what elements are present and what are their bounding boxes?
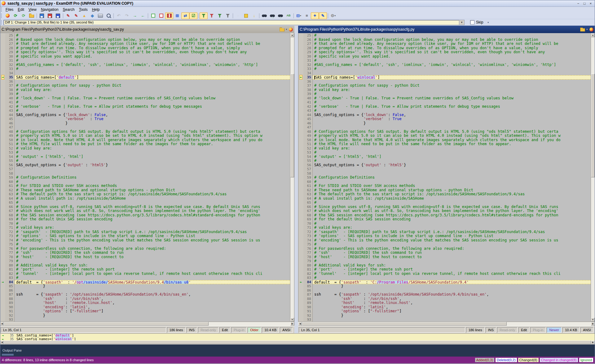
- code-line[interactable]: 82# 'tunnel' - [integer] local port to o…: [0, 272, 290, 276]
- scroll-up-icon[interactable]: ▲: [591, 33, 595, 37]
- badge-changed[interactable]: Changed(8): [518, 358, 539, 362]
- recompare-options-button[interactable]: ⟳: [20, 12, 28, 19]
- toolbar-overflow-icon[interactable]: ▾: [487, 21, 489, 24]
- horizontal-scrollbar[interactable]: ◀ ▶: [0, 322, 294, 326]
- code-line[interactable]: 93: [298, 318, 591, 322]
- code-line[interactable]: 93: [0, 318, 290, 322]
- scroll-thumb[interactable]: [290, 74, 294, 177]
- code-line[interactable]: 64# A usual install path is: /opt/sasins…: [0, 197, 290, 201]
- code-line[interactable]: 58: [298, 171, 591, 176]
- second-file-info-button[interactable]: ◆: [88, 12, 96, 19]
- code-line[interactable]: 65#: [0, 201, 290, 205]
- code-line[interactable]: 89 'host' : 'remote.linux.host',: [0, 301, 290, 305]
- code-line[interactable]: 83#: [0, 276, 290, 280]
- code-line[interactable]: 56SAS_output_options = {'output' : 'html…: [0, 163, 290, 167]
- diff-list-row[interactable]: →35SAS_config_names=['default']: [0, 334, 595, 337]
- code-line[interactable]: 27# that are defined already. Any necess…: [0, 42, 290, 46]
- vertical-scrollbar[interactable]: ▲ ▼: [290, 33, 294, 322]
- code-line[interactable]: 91 'options' : ["-fullstimer"]: [0, 309, 290, 314]
- code-line[interactable]: 59# Configuration Definitions: [0, 176, 290, 180]
- code-line[interactable]: 32#SAS_config_names = ['default', 'ssh',…: [298, 63, 591, 67]
- code-line[interactable]: 48# Configuration options for SAS output…: [0, 130, 290, 134]
- code-line[interactable]: 53#: [298, 150, 591, 155]
- menu-navigation[interactable]: Navigation: [39, 7, 61, 12]
- output-pane-tab[interactable]: Output Pane: [2, 349, 22, 352]
- options-button[interactable]: ⚙▾: [329, 12, 337, 19]
- code-line[interactable]: 61# For STDIO and STDIO over SSH access …: [298, 184, 591, 188]
- plugins-button[interactable]: ✦: [311, 12, 319, 19]
- code-line[interactable]: 88 'ssh' : '/usr/bin/ssh',: [0, 297, 290, 301]
- code-line[interactable]: 68# the SAS session encoding (see https:…: [0, 213, 290, 218]
- code-line[interactable]: 31#: [298, 58, 591, 63]
- code-line[interactable]: 79#: [298, 259, 591, 263]
- minimize-button[interactable]: −: [575, 1, 581, 6]
- code-line[interactable]: 26# Based upon the lock_down configurati…: [0, 38, 290, 42]
- second-file-header[interactable]: C:\Program Files\Python\Python37\Lib\sit…: [298, 26, 595, 33]
- compare-files-button[interactable]: [3, 12, 11, 19]
- save-second-file-button[interactable]: [46, 12, 54, 19]
- code-line[interactable]: 50# in local mode. Note that HTML 4.0 wi…: [0, 138, 290, 142]
- code-line[interactable]: 27# that are defined already. Any necess…: [298, 42, 591, 46]
- scroll-right-icon[interactable]: ▶: [290, 322, 294, 326]
- code-line[interactable]: 77# 'ssh' - [REQUIRED] the ssh command t…: [0, 251, 290, 255]
- code-line[interactable]: 63# The default path to the sas start up…: [0, 192, 290, 197]
- code-line[interactable]: 43#: [298, 109, 591, 113]
- badge-changed-in-changed[interactable]: Changed in changed(8): [540, 358, 578, 362]
- menu-edit[interactable]: Edit: [15, 7, 26, 12]
- code-line[interactable]: 25#: [0, 33, 290, 38]
- synchronize-panes-button[interactable]: ⇄: [181, 12, 189, 19]
- filter-search-button[interactable]: [224, 12, 232, 19]
- code-line[interactable]: 41#: [298, 100, 591, 105]
- scroll-down-icon[interactable]: ▼: [290, 318, 294, 322]
- next-block-button[interactable]: ↓: [250, 12, 258, 19]
- code-line[interactable]: 66# Since python uses utf-8, running SAS…: [0, 205, 290, 209]
- pane-splitter[interactable]: [294, 26, 298, 333]
- code-line[interactable]: 57: [0, 167, 290, 171]
- code-line[interactable]: 79#: [0, 259, 290, 263]
- code-line[interactable]: 45 'verbose' : True: [298, 117, 591, 121]
- code-line[interactable]: 67# which does not work well as utf-8. S…: [298, 209, 591, 213]
- code-line[interactable]: 70#: [298, 222, 591, 226]
- toolbar-grip[interactable]: [1, 14, 2, 18]
- current-diff-combobox[interactable]: Diff 1: Change 1 line (35, first file) t…: [3, 20, 465, 25]
- scroll-thumb[interactable]: [4, 322, 209, 326]
- code-line[interactable]: 29# specify options=''. This way it's sp…: [0, 50, 290, 54]
- code-line[interactable]: ←35SAS_config_names=['winlocal']: [298, 75, 591, 80]
- code-line[interactable]: 52# valid key are:: [0, 146, 290, 151]
- badge-ignored[interactable]: Ignored: [579, 358, 593, 362]
- panes-layout-button[interactable]: ⊟▾: [295, 12, 303, 19]
- menu-view[interactable]: View: [26, 7, 39, 12]
- menu-search[interactable]: Search: [61, 7, 77, 12]
- menu-grip[interactable]: [1, 7, 2, 12]
- code-line[interactable]: 48# Configuration options for SAS output…: [298, 130, 591, 134]
- badge-added[interactable]: Added(0,3): [475, 358, 494, 362]
- close-button[interactable]: ×: [588, 1, 594, 6]
- print-button[interactable]: [96, 12, 104, 19]
- code-line[interactable]: 44SAS_config_options = {'lock_down': Fal…: [298, 113, 591, 117]
- code-line[interactable]: 55#: [298, 159, 591, 163]
- code-line[interactable]: 56SAS_output_options = {'output' : 'html…: [298, 163, 591, 167]
- code-line[interactable]: →84default = {'saspath' : '/opt/sasinsid…: [0, 280, 290, 284]
- code-line[interactable]: 60#: [0, 180, 290, 184]
- code-line[interactable]: 81# 'port' - [integer] the remote ssh po…: [0, 267, 290, 272]
- find-previous-button[interactable]: [276, 12, 284, 19]
- code-line[interactable]: 64# A usual install path is: /opt/sasins…: [298, 197, 591, 201]
- editor-options-button[interactable]: ✎: [319, 12, 327, 19]
- scroll-thumb[interactable]: [302, 322, 507, 326]
- code-line[interactable]: 90 'encoding': 'latin1',: [0, 305, 290, 310]
- code-line[interactable]: 28# prompted for at run time. To dissall…: [0, 46, 290, 50]
- scroll-right-icon[interactable]: ▶: [591, 340, 595, 344]
- diff-pane-scrollbar[interactable]: ◀ ▶: [0, 340, 595, 344]
- code-line[interactable]: 54# 'output' = ['html5', 'html']: [298, 155, 591, 159]
- first-file-header[interactable]: C:\Program Files\Python\Python37\Lib\sit…: [0, 26, 294, 33]
- code-line[interactable]: 41#: [0, 100, 290, 105]
- code-line[interactable]: 26# Based upon the lock_down configurati…: [298, 38, 591, 42]
- save-all-button[interactable]: [54, 12, 62, 19]
- scroll-down-icon[interactable]: ▼: [591, 318, 595, 322]
- previous-difference-button[interactable]: ←: [139, 12, 147, 19]
- print-preview-button[interactable]: [104, 12, 112, 19]
- code-line[interactable]: 37# Configuration options for saspy - py…: [298, 84, 591, 88]
- line-inspector-button[interactable]: ≡: [303, 12, 311, 19]
- code-line[interactable]: 87ssh = {'saspath' : '/opt/sasinside/SAS…: [298, 292, 591, 297]
- replace-button[interactable]: AB: [284, 12, 293, 19]
